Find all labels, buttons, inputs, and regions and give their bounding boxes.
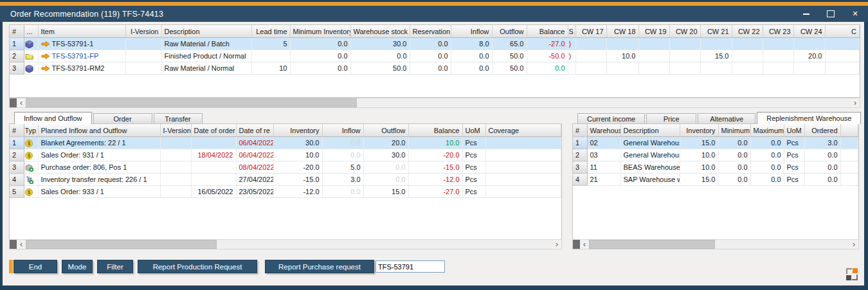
table-row: 2 TFS-53791-FP Finished Product / Normal…	[10, 50, 860, 62]
left-panel-tabs: Inflow and Outflow Order Transfer	[14, 113, 204, 124]
col-inflow[interactable]: Inflow	[451, 25, 492, 38]
table-row: 3 11 BEAS Warehouse w 10.0 0.0 0.0 Pcs 0…	[573, 161, 858, 174]
scrollbar-thumb[interactable]	[26, 98, 357, 107]
scroll-left-icon[interactable]: ‹	[17, 240, 26, 249]
end-button[interactable]: End	[14, 260, 57, 273]
link-arrow-icon[interactable]	[41, 64, 50, 72]
tab-alternative[interactable]: Alternative	[698, 113, 755, 124]
order-recommendation-window: Order Recommendation (119) TFS-74413 ✕ #	[0, 0, 868, 290]
col-maximum[interactable]: Maximum	[750, 124, 784, 137]
col-ordered[interactable]: Ordered	[804, 124, 840, 137]
col-cw22[interactable]: CW 22	[732, 25, 763, 38]
scrollbar-cap[interactable]	[10, 240, 17, 249]
col-balance[interactable]: Balance	[527, 25, 568, 38]
col-coverage[interactable]: Coverage	[485, 124, 561, 137]
col-iversion[interactable]: I-Version	[125, 25, 161, 38]
tab-current-income[interactable]: Current income	[577, 113, 645, 124]
col-inflow[interactable]: Inflow	[322, 124, 363, 137]
col-inventory[interactable]: Inventory	[680, 124, 718, 137]
col-reservation[interactable]: Reservation	[410, 25, 451, 38]
resize-handle-icon[interactable]	[846, 268, 859, 280]
item-code: TFS-53791-FP	[52, 52, 99, 60]
col-planned[interactable]: Planned Inflow and Outflow	[38, 124, 160, 137]
title-bar[interactable]: Order Recommendation (119) TFS-74413 ✕	[0, 6, 868, 22]
col-cw25[interactable]: C	[825, 25, 860, 38]
scrollbar-cap[interactable]	[10, 98, 17, 107]
col-uom[interactable]: UoM	[462, 124, 485, 137]
replenishment-grid: # Warehouse Description Inventory Minimu…	[572, 123, 859, 240]
col-cw24[interactable]: CW 24	[793, 25, 825, 38]
col-description[interactable]: Description	[620, 124, 680, 137]
maximize-button[interactable]	[826, 9, 836, 19]
tab-price[interactable]: Price	[646, 113, 696, 124]
col-num[interactable]: #	[10, 25, 24, 38]
col-clipped[interactable]	[840, 124, 858, 137]
maximize-icon	[827, 10, 835, 17]
item-code: TFS-53791-1	[52, 40, 94, 48]
col-lead-time[interactable]: Lead time	[251, 25, 290, 38]
item-filter-input[interactable]	[375, 260, 445, 273]
col-warehouse[interactable]: Warehouse	[587, 124, 620, 137]
col-min-inventory[interactable]: Minimum Inventory	[290, 25, 350, 38]
tab-replenishment-warehouse[interactable]: Replenishment Warehouse	[757, 112, 861, 124]
table-row: 2 $ Sales Order: 931 / 1 18/04/2022 06/0…	[10, 149, 561, 161]
col-minimum[interactable]: Minimum	[718, 124, 750, 137]
col-date-rec[interactable]: Date of re	[236, 124, 273, 137]
scrollbar-thumb[interactable]	[26, 240, 217, 249]
items-hscrollbar[interactable]: ‹ ›	[9, 98, 860, 108]
col-cw18[interactable]: CW 18	[606, 25, 638, 38]
link-arrow-icon[interactable]	[41, 40, 50, 48]
col-date-order[interactable]: Date of order	[191, 124, 236, 137]
col-num[interactable]: #	[10, 124, 24, 137]
col-uom[interactable]: UoM	[784, 124, 804, 137]
col-outflow[interactable]: Outflow	[492, 25, 527, 38]
col-balance[interactable]: Balance	[408, 124, 462, 137]
transfer-request-icon	[25, 175, 33, 183]
scroll-right-icon[interactable]: ›	[851, 98, 860, 107]
sales-coin-icon: $	[25, 150, 33, 158]
right-panel-hscrollbar[interactable]: ‹ ›	[572, 239, 859, 249]
tab-transfer[interactable]: Transfer	[154, 113, 203, 124]
filter-button[interactable]: Filter	[97, 260, 133, 273]
window-content: # ... Item I-Version Description Lead ti…	[3, 22, 864, 285]
col-cw19[interactable]: CW 19	[638, 25, 669, 38]
col-cw17[interactable]: CW 17	[575, 25, 606, 38]
col-cw23[interactable]: CW 23	[763, 25, 793, 38]
col-inventory[interactable]: Inventory	[273, 124, 322, 137]
scrollbar-thumb[interactable]	[589, 240, 715, 249]
col-clipped[interactable]: S	[568, 25, 575, 38]
link-arrow-icon[interactable]	[41, 52, 50, 60]
mode-button[interactable]: Mode	[62, 260, 93, 273]
scroll-right-icon[interactable]: ›	[849, 240, 858, 249]
table-row: 1 02 General Warehouse 15.0 0.0 0.0 Pcs …	[573, 137, 858, 149]
accent-bar	[9, 260, 13, 273]
col-outflow[interactable]: Outflow	[363, 124, 408, 137]
minimize-button[interactable]	[801, 9, 811, 19]
minimize-icon	[803, 14, 809, 15]
col-item[interactable]: Item	[38, 25, 125, 38]
items-table: # ... Item I-Version Description Lead ti…	[10, 25, 860, 75]
col-cw20[interactable]: CW 20	[669, 25, 700, 38]
report-production-request-button[interactable]: Report Production Request	[138, 260, 257, 273]
tab-order[interactable]: Order	[93, 113, 152, 124]
col-cw21[interactable]: CW 21	[700, 25, 732, 38]
close-button[interactable]: ✕	[850, 9, 860, 19]
tab-inflow-and-outflow[interactable]: Inflow and Outflow	[14, 112, 92, 124]
col-warehouse-stock[interactable]: Warehouse stock	[350, 25, 410, 38]
left-panel-hscrollbar[interactable]: ‹ ›	[9, 239, 562, 249]
col-num[interactable]: #	[573, 124, 587, 137]
svg-text:$: $	[27, 189, 30, 195]
report-purchase-request-button[interactable]: Report Purchase request	[265, 260, 374, 273]
scroll-right-icon[interactable]: ›	[552, 240, 561, 249]
scroll-left-icon[interactable]: ‹	[580, 240, 589, 249]
table-row: 1 TFS-53791-1 Raw Material / Batch 5 0.0…	[10, 38, 860, 50]
scrollbar-cap[interactable]	[573, 240, 580, 249]
scroll-left-icon[interactable]: ‹	[17, 98, 26, 107]
svg-text:$: $	[27, 140, 30, 147]
svg-text:$: $	[27, 152, 30, 159]
item-code: TFS-53791-RM2	[52, 64, 105, 72]
col-type[interactable]: Typ	[24, 124, 38, 137]
col-dots[interactable]: ...	[24, 25, 38, 38]
col-iversion[interactable]: I-Version	[160, 124, 191, 137]
col-description[interactable]: Description	[161, 25, 251, 38]
